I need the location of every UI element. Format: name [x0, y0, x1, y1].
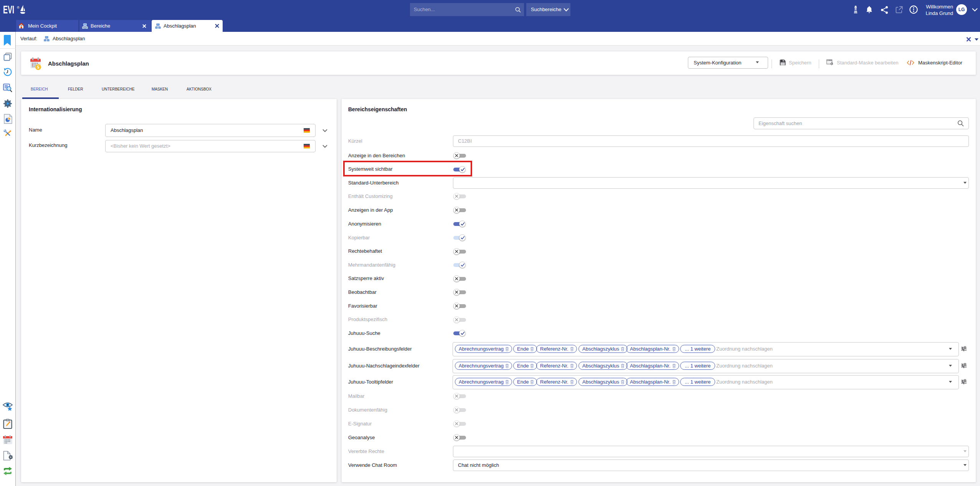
svg-text:5: 5 [37, 65, 40, 69]
